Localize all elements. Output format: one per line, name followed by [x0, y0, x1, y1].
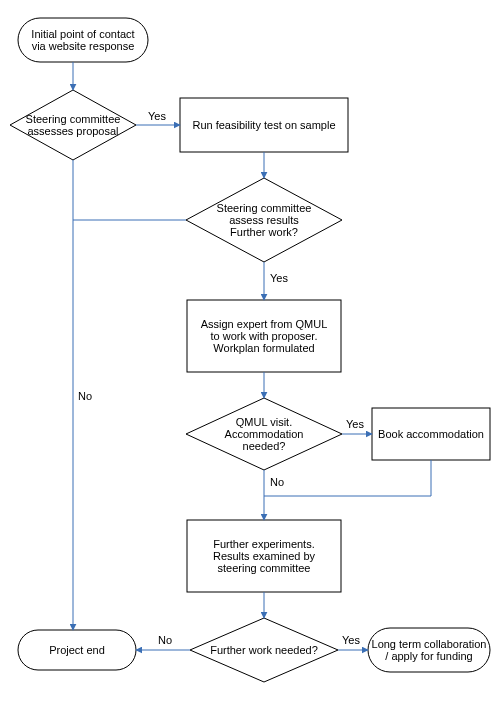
node-visit: QMUL visit.Accommodation needed? [186, 398, 342, 470]
edge-visit-book-label: Yes [346, 418, 364, 430]
node-visit-label: QMUL visit.Accommodation needed? [204, 416, 324, 452]
edge-assess-feasibility-label: Yes [148, 110, 166, 122]
node-further-label: Further work needed? [210, 644, 318, 656]
node-assign: Assign expert from QMULto work with prop… [187, 300, 341, 372]
edge-assess-no-label: No [78, 390, 92, 402]
node-book-label: Book accommodation [378, 428, 484, 440]
node-assess-label: Steering committeeassesses proposal [26, 113, 121, 137]
node-book: Book accommodation [372, 408, 490, 460]
node-further: Further work needed? [190, 618, 338, 682]
node-feasibility: Run feasibility test on sample [180, 98, 348, 152]
node-collab-label: Long term collaboration/ apply for fundi… [372, 638, 487, 662]
edge-book-merge [264, 460, 431, 496]
node-collab: Long term collaboration/ apply for fundi… [368, 628, 490, 672]
edge-further-collab-label: Yes [342, 634, 360, 646]
flowchart-canvas: Initial point of contactvia website resp… [0, 0, 500, 724]
node-assign-label: Assign expert from QMULto work with prop… [201, 318, 328, 354]
edge-further-end-label: No [158, 634, 172, 646]
node-feasibility-label: Run feasibility test on sample [192, 119, 335, 131]
node-results: Steering committeeassess resultsFurther … [186, 178, 342, 262]
node-assess: Steering committeeassesses proposal [10, 90, 136, 160]
node-results-label: Steering committeeassess resultsFurther … [217, 202, 312, 238]
node-end: Project end [18, 630, 136, 670]
edge-results-assign-label: Yes [270, 272, 288, 284]
edge-visit-no-label: No [270, 476, 284, 488]
node-experiments: Further experiments.Results examined bys… [187, 520, 341, 592]
node-start-label: Initial point of contactvia website resp… [31, 28, 134, 52]
node-experiments-label: Further experiments.Results examined bys… [213, 538, 315, 574]
node-end-label: Project end [49, 644, 105, 656]
node-start: Initial point of contactvia website resp… [18, 18, 148, 62]
